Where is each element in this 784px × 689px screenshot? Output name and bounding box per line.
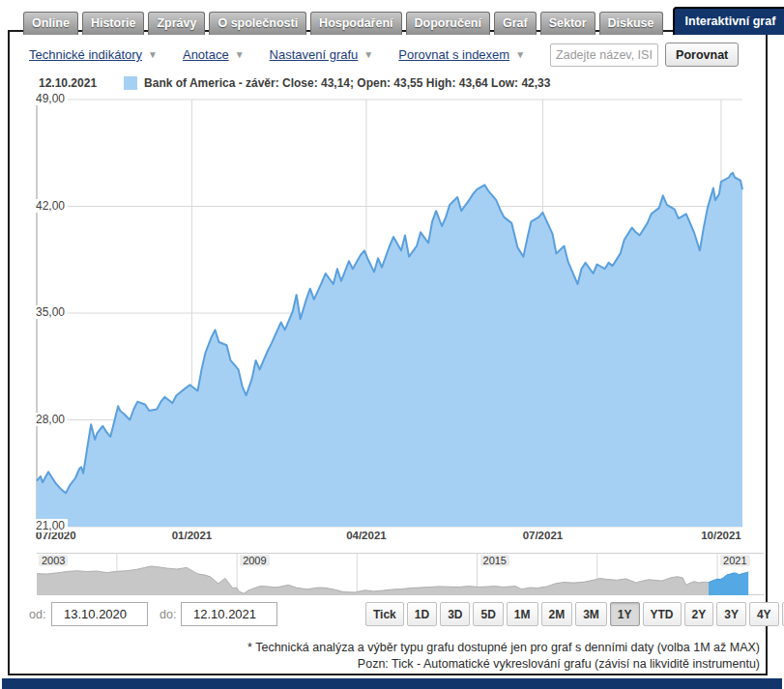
toolbar-link-porovnat-s-indexem[interactable]: Porovnat s indexem bbox=[398, 47, 509, 62]
y-axis-tick-label: 28,00 bbox=[36, 413, 68, 426]
tab-hospoda-en-[interactable]: Hospodaření bbox=[310, 12, 401, 35]
legend-item-bank-of-america[interactable]: Bank of America - závěr: Close: 43,14; O… bbox=[124, 76, 550, 90]
range-controls: od: do: Tick1D3D5D1M2M3M1YYTD2Y3Y4Y5YMax bbox=[0, 602, 768, 629]
range-button-4y[interactable]: 4Y bbox=[749, 602, 779, 626]
range-button-2m[interactable]: 2M bbox=[541, 602, 573, 626]
range-button-3y[interactable]: 3Y bbox=[716, 602, 746, 626]
tab-bar: OnlineHistorieZprávyO společnostiHospoda… bbox=[23, 7, 784, 35]
tab-online[interactable]: Online bbox=[23, 12, 78, 35]
chevron-down-icon: ▼ bbox=[235, 49, 245, 60]
tab-doporu-en-[interactable]: Doporučení bbox=[406, 12, 490, 35]
range-button-3m[interactable]: 3M bbox=[575, 602, 607, 626]
navigator-year-label: 2003 bbox=[39, 555, 68, 566]
range-button-2y[interactable]: 2Y bbox=[684, 602, 714, 626]
toolbar-link-nastaven-grafu[interactable]: Nastavení grafu bbox=[270, 47, 359, 62]
tab-historie[interactable]: Historie bbox=[82, 12, 145, 35]
chevron-down-icon: ▼ bbox=[363, 49, 373, 60]
to-label: do: bbox=[160, 608, 176, 621]
tab-graf[interactable]: Graf bbox=[494, 12, 537, 35]
footnote-technical: * Technická analýza a výběr typu grafu d… bbox=[247, 640, 760, 656]
footnote-tick: Pozn: Tick - Automatické vykreslování gr… bbox=[247, 656, 760, 673]
chevron-down-icon: ▼ bbox=[515, 49, 525, 60]
toolbar-link-anotace[interactable]: Anotace bbox=[183, 47, 229, 62]
range-button-1m[interactable]: 1M bbox=[507, 602, 538, 626]
date-to-input[interactable] bbox=[181, 602, 277, 626]
toolbar-links: Technické indikátory▼Anotace▼Nastavení g… bbox=[29, 47, 550, 62]
from-label: od: bbox=[29, 608, 45, 621]
interactive-chart-page: OnlineHistorieZprávyO společnostiHospoda… bbox=[0, 0, 784, 689]
y-axis-tick-label: 21,00 bbox=[36, 519, 68, 532]
main-price-chart[interactable] bbox=[37, 100, 742, 527]
range-button-tick[interactable]: Tick bbox=[365, 602, 404, 626]
range-button-ytd[interactable]: YTD bbox=[643, 602, 682, 626]
navigator-year-label: 2009 bbox=[240, 555, 269, 566]
x-axis-tick-label: 01/2021 bbox=[172, 530, 213, 541]
y-axis-tick-label: 42,00 bbox=[36, 199, 68, 213]
tab-sektor[interactable]: Sektor bbox=[540, 12, 595, 35]
compare-button[interactable]: Porovnat bbox=[665, 43, 739, 67]
range-button-3d[interactable]: 3D bbox=[440, 602, 470, 626]
search-input[interactable] bbox=[550, 43, 658, 67]
series-label: Bank of America - závěr: Close: 43,14; O… bbox=[144, 76, 550, 90]
bottom-navy-bar bbox=[2, 678, 782, 689]
x-axis-tick-label: 04/2021 bbox=[346, 530, 387, 541]
y-axis-tick-label: 49,00 bbox=[36, 92, 68, 105]
x-axis-tick-label: 10/2021 bbox=[701, 530, 741, 541]
navigator-year-label: 2015 bbox=[480, 555, 509, 566]
crosshair-date: 12.10.2021 bbox=[39, 76, 97, 90]
y-axis-tick-label: 35,00 bbox=[36, 305, 68, 319]
toolbar-link-technick-indik-tory[interactable]: Technické indikátory bbox=[29, 47, 142, 62]
tab-o-spole-nosti[interactable]: O společnosti bbox=[209, 12, 306, 35]
tab-interaktivn-graf[interactable]: Interaktivní graf bbox=[673, 7, 784, 35]
range-button-1d[interactable]: 1D bbox=[407, 602, 437, 626]
chevron-down-icon: ▼ bbox=[148, 49, 158, 60]
range-button-1y[interactable]: 1Y bbox=[610, 602, 640, 626]
tab-diskuse[interactable]: Diskuse bbox=[599, 12, 663, 35]
navigator-year-label: 2021 bbox=[720, 555, 749, 566]
range-navigator[interactable]: 2003200920152021 bbox=[37, 553, 764, 595]
chart-toolbar: Technické indikátory▼Anotace▼Nastavení g… bbox=[29, 43, 739, 67]
range-button-5d[interactable]: 5D bbox=[473, 602, 503, 626]
chart-legend: 12.10.2021 Bank of America - závěr: Clos… bbox=[39, 76, 550, 90]
tab-zpr-vy[interactable]: Zprávy bbox=[148, 12, 205, 35]
date-from-input[interactable] bbox=[51, 602, 148, 626]
range-buttons: Tick1D3D5D1M2M3M1YYTD2Y3Y4Y5YMax bbox=[365, 602, 784, 626]
footnotes: * Technická analýza a výběr typu grafu d… bbox=[247, 640, 760, 673]
x-axis-tick-label: 07/2021 bbox=[523, 530, 564, 541]
series-color-swatch bbox=[124, 76, 137, 90]
